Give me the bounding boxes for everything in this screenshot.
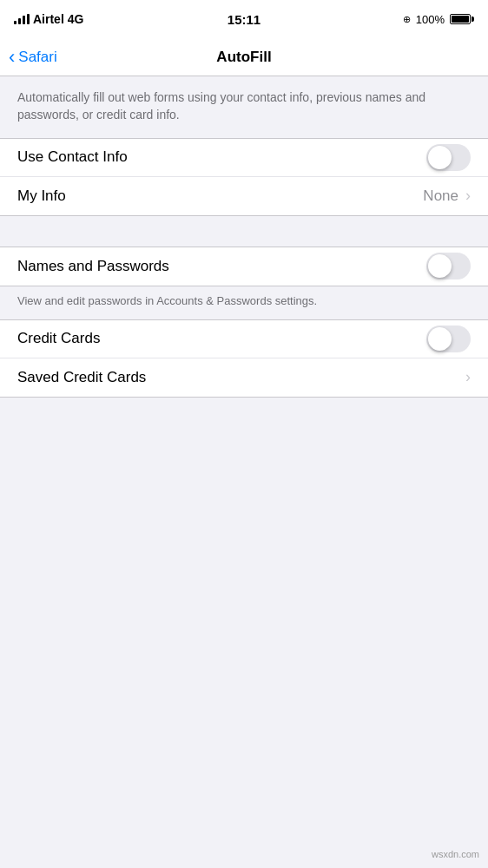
my-info-right: None › xyxy=(423,187,471,205)
credit-cards-label: Credit Cards xyxy=(17,330,100,347)
toggle-knob xyxy=(428,146,452,169)
back-label: Safari xyxy=(18,49,56,66)
network-type: 4G xyxy=(68,12,84,26)
saved-credit-cards-chevron-icon: › xyxy=(465,368,471,386)
status-bar: Airtel 4G 15:11 ⊕ 100% xyxy=(0,0,488,38)
description-section: Automatically fill out web forms using y… xyxy=(0,76,488,138)
use-contact-info-toggle[interactable] xyxy=(426,144,471,171)
credit-cards-group: Credit Cards Saved Credit Cards › xyxy=(0,319,488,398)
bottom-area xyxy=(0,398,488,658)
page-title: AutoFill xyxy=(216,49,271,66)
toggle-knob xyxy=(428,327,452,351)
names-and-passwords-row: Names and Passwords xyxy=(0,247,488,286)
credit-cards-row: Credit Cards xyxy=(0,320,488,358)
carrier-info: Airtel 4G xyxy=(14,12,83,26)
group-spacer-1 xyxy=(0,216,488,247)
saved-credit-cards-row[interactable]: Saved Credit Cards › xyxy=(0,358,488,397)
my-info-row[interactable]: My Info None › xyxy=(0,177,488,215)
my-info-label: My Info xyxy=(17,187,66,205)
status-time: 15:11 xyxy=(228,12,260,27)
lock-icon: ⊕ xyxy=(403,14,411,25)
contact-info-group: Use Contact Info My Info None › xyxy=(0,138,488,216)
my-info-value: None xyxy=(423,187,458,205)
status-right: ⊕ 100% xyxy=(403,13,474,26)
back-button[interactable]: ‹ Safari xyxy=(9,48,57,67)
names-and-passwords-label: Names and Passwords xyxy=(17,258,169,275)
use-contact-info-label: Use Contact Info xyxy=(17,148,128,166)
saved-credit-cards-right: › xyxy=(464,368,471,386)
passwords-group: Names and Passwords xyxy=(0,247,488,286)
watermark: wsxdn.com xyxy=(432,849,479,859)
battery-icon xyxy=(450,14,474,24)
passwords-helper-text: View and edit passwords in Accounts & Pa… xyxy=(17,293,471,309)
battery-percent: 100% xyxy=(416,13,445,26)
back-chevron-icon: ‹ xyxy=(9,48,15,67)
toggle-knob xyxy=(428,254,452,278)
description-text: Automatically fill out web forms using y… xyxy=(17,89,471,124)
signal-icon xyxy=(14,14,30,24)
use-contact-info-row: Use Contact Info xyxy=(0,139,488,177)
names-and-passwords-toggle[interactable] xyxy=(426,253,471,279)
nav-bar: ‹ Safari AutoFill xyxy=(0,38,488,76)
passwords-helper-section: View and edit passwords in Accounts & Pa… xyxy=(0,286,488,319)
carrier-name: Airtel xyxy=(33,12,64,26)
credit-cards-toggle[interactable] xyxy=(426,326,471,352)
my-info-chevron-icon: › xyxy=(465,187,471,205)
saved-credit-cards-label: Saved Credit Cards xyxy=(17,369,146,386)
